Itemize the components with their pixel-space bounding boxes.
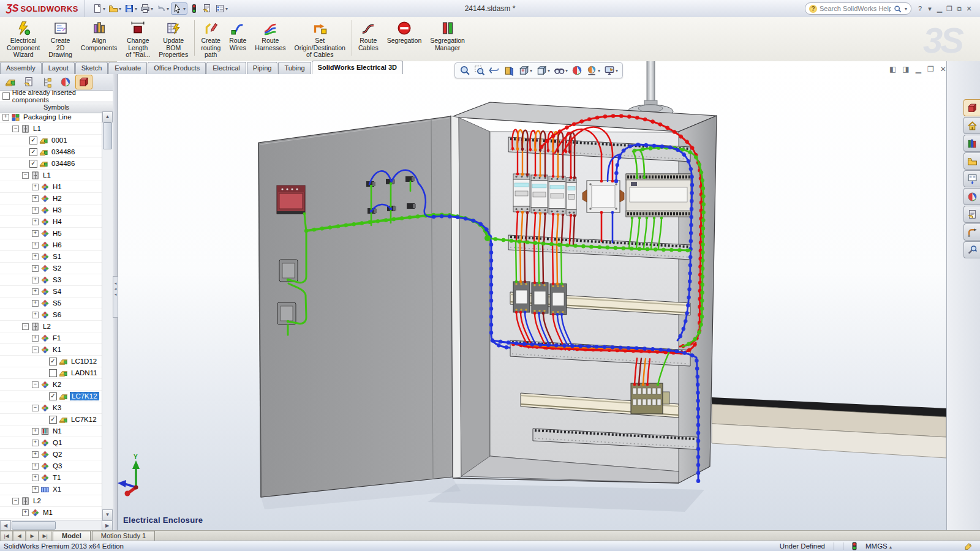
route-harnesses-button[interactable]: Route Harnesses xyxy=(251,18,290,53)
scroll-thumb[interactable] xyxy=(103,122,112,149)
expand-icon[interactable]: + xyxy=(32,184,39,190)
expand-icon[interactable]: + xyxy=(32,230,39,237)
cascade-button[interactable]: ⧉ xyxy=(954,5,964,13)
taskpane-tab-tools-search[interactable] xyxy=(963,241,980,258)
create-routing-path-button[interactable]: Create routing path xyxy=(197,18,225,60)
expand-icon[interactable]: + xyxy=(32,288,39,295)
graphics-viewport[interactable]: Y Z Electrical Enclosure xyxy=(117,61,946,530)
expand-icon[interactable]: + xyxy=(22,509,29,516)
nav-prev-button[interactable]: ◀ xyxy=(13,531,26,541)
align-components-button[interactable]: Align Components xyxy=(77,18,122,53)
collapse-icon[interactable]: − xyxy=(22,172,29,179)
search-magnifier-icon[interactable] xyxy=(894,5,902,13)
help-search-box[interactable]: ? Search SolidWorks Help ▾ xyxy=(805,2,911,15)
tree-item-label[interactable]: N1 xyxy=(51,427,63,435)
undo-dropdown-icon[interactable]: ▾ xyxy=(167,6,169,12)
previous-view-button[interactable] xyxy=(488,65,501,76)
expand-icon[interactable]: + xyxy=(32,277,39,283)
display-style-button[interactable]: ▾ xyxy=(535,65,551,76)
tree-row-q2[interactable]: +Q2 xyxy=(0,449,102,460)
tree-row-l1[interactable]: −L1 xyxy=(0,170,102,181)
doc-restore-button[interactable]: ❐ xyxy=(927,65,934,73)
hscroll-thumb[interactable] xyxy=(12,521,56,530)
expand-icon[interactable]: + xyxy=(32,242,39,249)
new-document-dropdown-icon[interactable]: ▾ xyxy=(103,6,105,12)
tree-row-034486[interactable]: ✓034486 xyxy=(0,146,102,158)
tree-row-t1[interactable]: +T1 xyxy=(0,472,102,484)
tree-item-label[interactable]: 0001 xyxy=(50,137,69,144)
route-wires-button[interactable]: Route Wires xyxy=(225,18,251,53)
undo-button[interactable]: ▾ xyxy=(155,3,170,14)
open-folder-button[interactable]: ▾ xyxy=(107,3,123,14)
doc-close-button[interactable]: ✕ xyxy=(940,65,946,73)
tree-row-s2[interactable]: +S2 xyxy=(0,263,102,274)
help-button[interactable]: ? xyxy=(915,5,925,13)
update-bom-button[interactable]: Update BOM Properties xyxy=(154,18,192,60)
tree-row-h1[interactable]: +H1 xyxy=(0,181,102,193)
doc-minimize-button[interactable]: ▁ xyxy=(916,65,921,73)
tree-row-q1[interactable]: +Q1 xyxy=(0,437,102,449)
tree-item-label[interactable]: LADN11 xyxy=(70,369,99,377)
tree-row-l1[interactable]: −L1 xyxy=(0,123,102,135)
panel-tool-tree-hier-button[interactable] xyxy=(39,75,56,89)
tree-row-h4[interactable]: +H4 xyxy=(0,216,102,228)
tree-row-f1[interactable]: +F1 xyxy=(0,332,102,344)
change-length-button[interactable]: Change Length of "Rai... xyxy=(121,18,154,60)
3d-scene[interactable]: Y Z xyxy=(117,61,946,530)
tree-item-label[interactable]: Packaging Line xyxy=(22,113,73,121)
collapse-icon[interactable]: − xyxy=(22,323,29,330)
nav-last-button[interactable]: ▶| xyxy=(39,531,51,541)
taskpane-tab-routing-library[interactable] xyxy=(963,223,980,241)
taskpane-tab-view-palette[interactable] xyxy=(963,170,980,187)
select-cursor-button[interactable]: ▾ xyxy=(171,2,187,15)
scroll-left-button[interactable]: ◀ xyxy=(0,520,11,530)
tab-motion-study-1[interactable]: Motion Study 1 xyxy=(92,531,155,541)
save-dropdown-icon[interactable]: ▾ xyxy=(135,6,137,12)
options-button[interactable]: ▾ xyxy=(214,3,229,14)
tree-item-label[interactable]: LC1D12 xyxy=(70,358,98,365)
tree-row-lc1d12[interactable]: ✓LC1D12 xyxy=(0,356,102,367)
visibility-checkbox[interactable] xyxy=(49,369,57,377)
expand-icon[interactable]: + xyxy=(32,207,39,214)
create-2d-button[interactable]: Create 2D Drawing xyxy=(44,18,77,60)
scroll-down-button[interactable]: ▼ xyxy=(102,509,113,520)
hide-show-items-button[interactable]: ▾ xyxy=(552,65,569,76)
tab-tubing[interactable]: Tubing xyxy=(278,62,311,74)
zoom-fit-button[interactable] xyxy=(458,65,472,76)
taskpane-tab-ecube[interactable] xyxy=(963,99,980,116)
tree-row-k1[interactable]: −K1 xyxy=(0,344,102,356)
tree-row-ladn11[interactable]: LADN11 xyxy=(0,367,102,379)
expand-icon[interactable]: + xyxy=(32,486,39,493)
tree-row-h2[interactable]: +H2 xyxy=(0,193,102,204)
expand-icon[interactable]: + xyxy=(2,114,9,121)
expand-icon[interactable]: + xyxy=(32,451,39,458)
expand-icon[interactable]: + xyxy=(32,312,39,318)
tree-item-label[interactable]: H3 xyxy=(51,206,63,214)
expand-icon[interactable]: + xyxy=(32,463,39,470)
hide-show-items-dropdown-icon[interactable]: ▾ xyxy=(565,68,568,73)
tab-electrical[interactable]: Electrical xyxy=(206,62,246,74)
set-origin-dest-button[interactable]: Set Origin/Destination of Cables xyxy=(290,18,349,60)
tree-row-q3[interactable]: +Q3 xyxy=(0,460,102,472)
units-selector[interactable]: MMGS ▴ xyxy=(865,542,892,550)
expand-icon[interactable]: + xyxy=(32,428,39,435)
rebuild-light-button[interactable] xyxy=(188,3,200,14)
tree-row-l2[interactable]: −L2 xyxy=(0,495,102,507)
tree-item-label[interactable]: H2 xyxy=(51,195,63,202)
options-dropdown-icon[interactable]: ▾ xyxy=(225,6,228,12)
tree-row-m1[interactable]: +M1 xyxy=(0,507,102,519)
save-button[interactable]: ▾ xyxy=(123,3,138,14)
elec-wizard-button[interactable]: Electrical Component Wizard xyxy=(2,18,44,60)
apply-scene-button[interactable]: ▾ xyxy=(585,65,601,76)
section-view-button[interactable] xyxy=(502,65,516,76)
tree-item-label[interactable]: L2 xyxy=(32,497,42,504)
tag-note-icon[interactable] xyxy=(964,542,973,550)
taskpane-tab-appearances[interactable] xyxy=(963,188,980,205)
help-dropdown-button[interactable]: ▾ xyxy=(925,5,935,13)
print-button[interactable]: ▾ xyxy=(139,3,154,14)
splitter-grip[interactable]: ◂◂◂ xyxy=(113,276,118,318)
tree-item-label[interactable]: S1 xyxy=(51,253,62,260)
view-settings-dropdown-icon[interactable]: ▾ xyxy=(616,68,618,73)
panel-tool-hand-sheet-button[interactable] xyxy=(20,75,37,89)
hide-inserted-checkbox[interactable] xyxy=(2,92,10,100)
